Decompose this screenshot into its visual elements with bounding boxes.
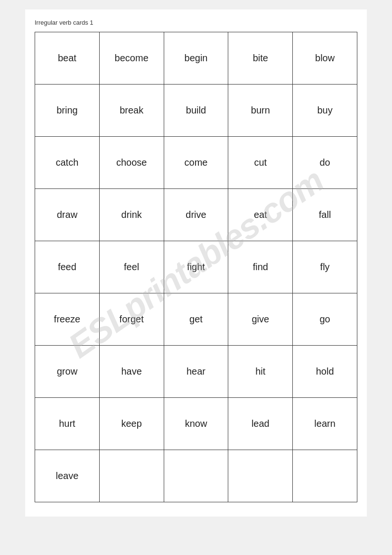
card-empty-41 [100,450,164,502]
card-feel: feel [100,241,164,293]
card-begin: begin [164,32,229,85]
card-fight: fight [164,241,229,293]
card-choose: choose [100,137,164,189]
card-grow: grow [35,346,100,398]
card-empty-43 [228,450,293,502]
card-come: come [164,137,229,189]
page: Irregular verb cards 1 ESLprintables.com… [25,9,367,517]
card-hold: hold [293,346,357,398]
card-hit: hit [228,346,293,398]
card-empty-44 [293,450,357,502]
card-fly: fly [293,241,357,293]
card-give: give [228,293,293,346]
card-drive: drive [164,189,229,241]
card-grid: beatbecomebeginbiteblowbringbreakbuildbu… [35,32,357,502]
card-become: become [100,32,164,85]
card-feed: feed [35,241,100,293]
card-bite: bite [228,32,293,85]
card-get: get [164,293,229,346]
card-draw: draw [35,189,100,241]
card-blow: blow [293,32,357,85]
card-eat: eat [228,189,293,241]
card-freeze: freeze [35,293,100,346]
card-bring: bring [35,85,100,137]
card-hear: hear [164,346,229,398]
card-fall: fall [293,189,357,241]
card-learn: learn [293,398,357,450]
card-cut: cut [228,137,293,189]
card-go: go [293,293,357,346]
card-forget: forget [100,293,164,346]
card-find: find [228,241,293,293]
card-leave: leave [35,450,100,502]
card-catch: catch [35,137,100,189]
card-break: break [100,85,164,137]
card-have: have [100,346,164,398]
card-buy: buy [293,85,357,137]
card-burn: burn [228,85,293,137]
card-lead: lead [228,398,293,450]
card-build: build [164,85,229,137]
card-know: know [164,398,229,450]
card-empty-42 [164,450,229,502]
card-drink: drink [100,189,164,241]
card-beat: beat [35,32,100,85]
page-title: Irregular verb cards 1 [35,19,357,26]
card-keep: keep [100,398,164,450]
card-do: do [293,137,357,189]
card-hurt: hurt [35,398,100,450]
